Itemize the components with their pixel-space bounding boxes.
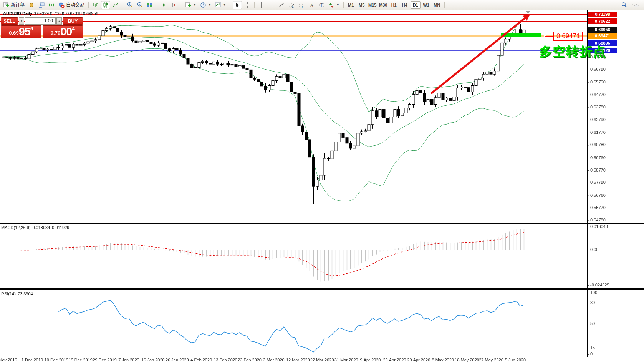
autotrading-button[interactable]: 自动交易 bbox=[57, 1, 86, 9]
volume-down-button[interactable]: ▼ bbox=[19, 17, 24, 25]
chart-symbol-period: AUDUSD,Daily bbox=[3, 11, 32, 16]
timeframe-m15[interactable]: M15 bbox=[368, 1, 377, 9]
buy-price-base: 0.70 bbox=[51, 29, 60, 37]
arrows-button[interactable]: ▼ bbox=[327, 1, 341, 9]
auto-scroll-button[interactable] bbox=[159, 1, 169, 9]
axis-price-label: 0.70622 bbox=[588, 18, 617, 24]
rsi-label: RSI(14)73.3604 bbox=[1, 291, 35, 296]
indicators-icon bbox=[215, 2, 221, 8]
sell-price-base: 0.69 bbox=[9, 29, 18, 37]
market-watch-button[interactable] bbox=[27, 1, 36, 9]
text-label-button[interactable]: T bbox=[317, 1, 326, 9]
zoom-out-button[interactable] bbox=[135, 1, 144, 9]
candlestick-chart-icon bbox=[103, 2, 109, 8]
timeframe-mn[interactable]: MN bbox=[432, 1, 442, 9]
caret-down-icon: ▼ bbox=[193, 3, 196, 7]
profiles-icon bbox=[38, 2, 45, 8]
turning-point-annotation[interactable]: 多空转折点 bbox=[539, 43, 606, 60]
new-order-label: 新订单 bbox=[11, 2, 25, 8]
channel-button[interactable]: E bbox=[287, 1, 296, 9]
fibonacci-button[interactable]: F bbox=[297, 1, 306, 9]
new-order-icon bbox=[3, 2, 9, 8]
signals-button[interactable] bbox=[47, 1, 56, 9]
toolbar-separator bbox=[444, 2, 445, 8]
toolbar-separator bbox=[123, 2, 123, 8]
timeframe-h1[interactable]: H1 bbox=[389, 1, 399, 9]
toolbar-separator bbox=[343, 2, 344, 8]
axis-price-label: 0.69956 bbox=[588, 27, 617, 33]
text-icon: A bbox=[308, 2, 315, 8]
sell-price-button[interactable]: 0.69 95 6 bbox=[1, 25, 41, 38]
svg-text:T: T bbox=[320, 3, 323, 7]
horizontal-line-button[interactable] bbox=[267, 1, 276, 9]
volume-input[interactable]: 1.00 bbox=[25, 17, 56, 25]
triangle-up-icon: ▲ bbox=[58, 20, 61, 22]
timeframe-m5[interactable]: M5 bbox=[357, 1, 367, 9]
fibonacci-icon: F bbox=[298, 2, 305, 8]
sell-price-pips: 95 bbox=[19, 27, 30, 37]
axis-price-label: 0.71198 bbox=[588, 12, 617, 17]
buy-price-pips: 00 bbox=[60, 27, 72, 37]
auto-scroll-icon bbox=[161, 2, 167, 8]
toolbar-separator bbox=[181, 2, 181, 8]
zoom-out-icon bbox=[137, 2, 143, 8]
timeframe-m30[interactable]: M30 bbox=[378, 1, 388, 9]
main-toolbar: 新订单 自动交易 ▼ ▼ ▼ E F A T ▼ bbox=[0, 0, 644, 10]
mt4-terminal: { "toolbar": { "new_order_label": "新订单",… bbox=[0, 0, 644, 363]
chat-button[interactable] bbox=[631, 1, 640, 9]
indicators-button[interactable]: ▼ bbox=[214, 1, 228, 9]
macd-label: MACD(12,26,9)0.0139840.011929 bbox=[1, 225, 71, 230]
bar-chart-button[interactable] bbox=[91, 1, 100, 9]
timeframe-h4[interactable]: H4 bbox=[400, 1, 410, 9]
market-watch-icon bbox=[28, 2, 35, 8]
templates-button[interactable]: ▼ bbox=[184, 1, 198, 9]
sell-button[interactable]: SELL bbox=[1, 17, 18, 25]
chart-title: AUDUSD,Daily 0.69399 0.70630 0.69318 0.6… bbox=[3, 11, 98, 16]
autotrading-icon bbox=[58, 2, 65, 8]
caret-down-icon: ▼ bbox=[208, 3, 211, 7]
timeframe-m1[interactable]: M1 bbox=[346, 1, 356, 9]
caret-down-icon: ▼ bbox=[336, 3, 339, 7]
chart-shift-button[interactable] bbox=[169, 1, 179, 9]
triangle-down-icon: ▼ bbox=[20, 20, 23, 22]
new-order-button[interactable]: 新订单 bbox=[2, 1, 26, 9]
crosshair-button[interactable] bbox=[243, 1, 252, 9]
macd-name: MACD(12,26,9) bbox=[1, 225, 30, 230]
one-click-trading-panel: SELL ▼ 1.00 ▲ BUY 0.69 95 6 0.70 00 4 bbox=[1, 17, 83, 38]
period-button[interactable]: ▼ bbox=[199, 1, 213, 9]
autotrading-label: 自动交易 bbox=[66, 2, 84, 8]
vertical-line-icon bbox=[258, 2, 265, 8]
axis-price-label: 0.69471 bbox=[588, 33, 617, 39]
price-callout[interactable]: 0.69471 bbox=[553, 32, 583, 41]
profiles-button[interactable] bbox=[37, 1, 46, 9]
text-label-icon: T bbox=[318, 2, 324, 8]
zoom-in-button[interactable] bbox=[125, 1, 134, 9]
crosshair-icon bbox=[244, 2, 250, 8]
buy-button[interactable]: BUY bbox=[63, 17, 83, 25]
line-chart-button[interactable] bbox=[111, 1, 120, 9]
buy-price-button[interactable]: 0.70 00 4 bbox=[43, 25, 83, 38]
candlestick-chart-button[interactable] bbox=[101, 1, 110, 9]
rsi-name: RSI(14) bbox=[1, 291, 16, 296]
timeframe-d1[interactable]: D1 bbox=[411, 1, 421, 9]
trendline-icon bbox=[278, 2, 285, 8]
vertical-line-button[interactable] bbox=[257, 1, 266, 9]
caret-down-icon: ▼ bbox=[223, 3, 226, 7]
search-button[interactable] bbox=[619, 1, 629, 9]
chart-shift-icon bbox=[171, 2, 177, 8]
macd-main-value: 0.013984 bbox=[32, 225, 50, 230]
cursor-icon bbox=[234, 2, 240, 8]
trendline-button[interactable] bbox=[277, 1, 286, 9]
tile-windows-button[interactable] bbox=[145, 1, 154, 9]
timeframe-w1[interactable]: W1 bbox=[421, 1, 431, 9]
tile-windows-icon bbox=[147, 2, 153, 8]
search-icon bbox=[621, 2, 627, 8]
line-chart-icon bbox=[113, 2, 119, 8]
text-button[interactable]: A bbox=[307, 1, 316, 9]
svg-text:E: E bbox=[292, 5, 294, 8]
cursor-button[interactable] bbox=[233, 1, 242, 9]
volume-up-button[interactable]: ▲ bbox=[56, 17, 62, 25]
clock-icon bbox=[200, 2, 206, 8]
macd-signal-value: 0.011929 bbox=[52, 225, 69, 230]
chat-icon bbox=[632, 2, 639, 8]
